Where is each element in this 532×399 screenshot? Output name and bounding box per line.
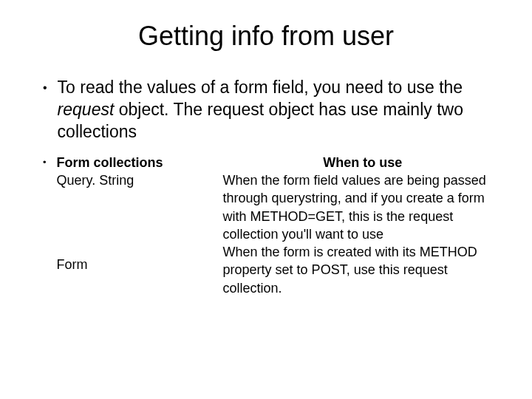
- header-when-to-use: When to use: [223, 154, 502, 171]
- main-bullet-prefix: To read the values of a form field, you …: [58, 78, 463, 97]
- col-left: Form collections Query. String Form: [57, 154, 223, 297]
- main-bullet-suffix: object. The request object has use mainl…: [58, 100, 463, 141]
- main-bullet: • To read the values of a form field, yo…: [30, 77, 502, 143]
- main-bullet-italic: request: [58, 100, 115, 119]
- row-name-querystring: Query. String: [57, 171, 223, 189]
- sub-bullet-dot: •: [43, 154, 47, 171]
- main-bullet-text: To read the values of a form field, you …: [58, 77, 502, 143]
- sub-bullet: • Form collections Query. String Form Wh…: [30, 154, 502, 297]
- bullet-dot: •: [43, 77, 47, 99]
- header-form-collections: Form collections: [57, 154, 223, 171]
- row-name-form: Form: [57, 256, 223, 273]
- sub-content: Form collections Query. String Form When…: [57, 154, 502, 297]
- col-right: When to use When the form field values a…: [223, 154, 502, 297]
- spacer: [57, 189, 223, 256]
- row-desc-form: When the form is created with its METHOD…: [223, 243, 502, 297]
- slide-title: Getting info from user: [30, 21, 502, 52]
- row-desc-querystring: When the form field values are being pas…: [223, 171, 502, 243]
